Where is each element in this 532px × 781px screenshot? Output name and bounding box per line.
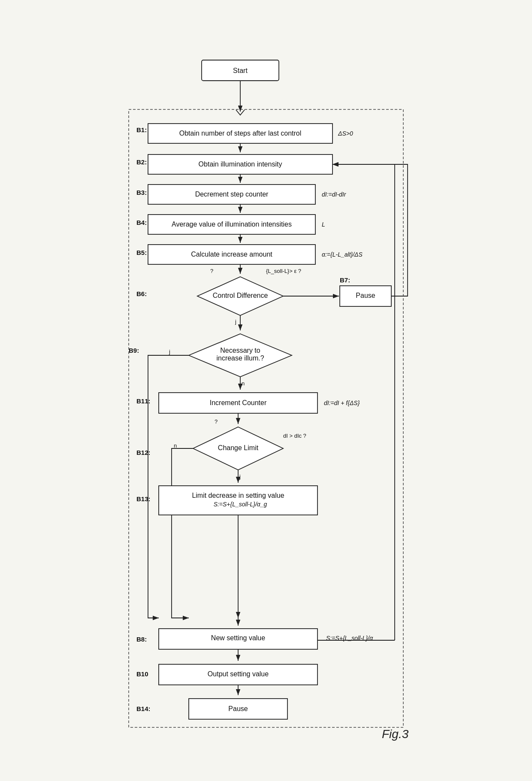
diagram-container: text { font-family: Arial, sans-serif; }…: [73, 26, 459, 755]
b12-text: Change Limit: [218, 444, 259, 451]
b6-text: Control Difference: [213, 292, 268, 299]
b9-n-label: n: [242, 380, 245, 387]
b10-label: B10: [136, 670, 148, 678]
b8-text: New setting value: [211, 634, 265, 642]
b6-condition: {L_soll-L}> ε ?: [266, 268, 301, 274]
b8-label: B8:: [136, 636, 147, 643]
b1-note: ΔS>0: [338, 130, 353, 137]
b6-j-label: j: [235, 318, 236, 325]
start-label: Start: [233, 67, 248, 74]
b4-text: Average value of illumination intensitie…: [172, 221, 292, 228]
b11-label: B11:: [136, 397, 151, 405]
b2-text: Obtain illumination intensity: [199, 160, 282, 168]
page: text { font-family: Arial, sans-serif; }…: [0, 0, 532, 781]
b5-note: α:={L-L_alt}/ΔS: [322, 251, 363, 258]
b4-note: L: [322, 221, 325, 228]
b7-label: B7:: [340, 276, 350, 284]
b12-question: ?: [215, 418, 218, 425]
b12-condition: dI > dIc ?: [283, 433, 306, 439]
b12-j-label: j: [239, 473, 241, 480]
b9-text-line1: Necessary to: [220, 347, 260, 354]
b12-n-label: n: [174, 442, 177, 449]
b7-text: Pause: [356, 292, 375, 299]
b14-text: Pause: [228, 705, 248, 712]
b9-text-line2: increase illum.?: [216, 354, 264, 362]
b14-label: B14:: [136, 705, 151, 712]
b12-label: B12:: [136, 449, 151, 456]
b13-text: Limit decrease in setting value: [192, 492, 284, 499]
b3-text: Decrement step counter: [195, 191, 269, 198]
b11-note: dI:=dI + f{ΔS}: [324, 400, 360, 406]
b10-text: Output setting value: [208, 670, 269, 678]
fig-label: Fig.3: [382, 727, 409, 741]
b9-j-label: j: [169, 348, 170, 355]
b13-label: B13:: [136, 495, 151, 503]
b1-text: Obtain number of steps after last contro…: [179, 130, 302, 137]
b6-label: B6:: [136, 290, 147, 297]
b11-text: Increment Counter: [210, 399, 267, 406]
b5-text: Calculate increase amount: [191, 251, 272, 258]
b5-label: B5:: [136, 249, 147, 256]
b13-box: [159, 486, 317, 515]
b12-n-path: [172, 448, 193, 618]
b3-note: dI:=dI-dIr: [322, 191, 347, 198]
b3-label: B3:: [136, 189, 147, 196]
b9-label: B9:: [129, 347, 139, 354]
b13-note: S:=S+{L_soll-L}/α_g: [214, 501, 267, 508]
b4-label: B4:: [136, 219, 147, 226]
flowchart-svg: text { font-family: Arial, sans-serif; }…: [73, 26, 459, 755]
b6-question: ?: [210, 268, 213, 274]
b2-label: B2:: [136, 158, 147, 166]
b1-label: B1:: [136, 126, 147, 133]
